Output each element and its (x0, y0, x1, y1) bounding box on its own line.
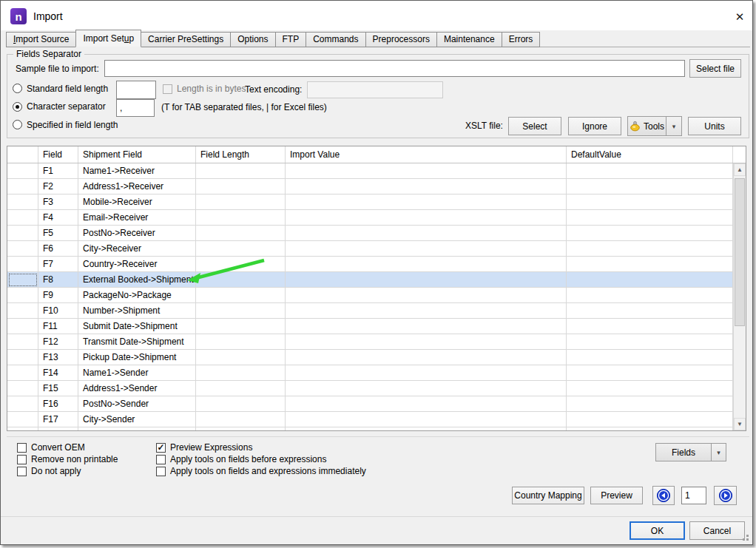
table-row-f16[interactable]: F16PostNo->Sender (7, 396, 746, 412)
cell-import-value (286, 257, 567, 272)
checkbox-convert-oem[interactable]: Convert OEM (17, 442, 118, 453)
tab-preprocessors[interactable]: Preprocessors (365, 32, 437, 47)
checkbox-preview-expressions[interactable]: ✓Preview Expressions (156, 442, 366, 453)
tab-options[interactable]: Options (230, 32, 275, 47)
column-header-field-length[interactable]: Field Length (196, 146, 286, 163)
cell-shipment-field: PostNo->Receiver (78, 226, 196, 241)
country-mapping-button[interactable]: Country Mapping (512, 487, 584, 504)
character-separator-radio[interactable] (13, 102, 22, 112)
table-row-filler[interactable] (7, 427, 746, 430)
cell-shipment-field: PostNo->Sender (78, 396, 196, 412)
table-row-f10[interactable]: F10Number->Shipment (7, 303, 746, 319)
character-separator-label: Character separator (27, 101, 106, 112)
column-header-selector[interactable] (7, 146, 38, 163)
window-title: Import (33, 10, 63, 22)
cell-defaultvalue (567, 226, 733, 241)
row-selector-cell (7, 272, 38, 288)
tab-carrier-presettings[interactable]: Carrier PreSettings (141, 32, 231, 47)
fields-grid: FieldShipment FieldField LengthImport Va… (7, 146, 746, 431)
tab-import-setup[interactable]: Import Setup (75, 30, 141, 47)
nshift-logo-icon: n (10, 8, 27, 24)
checkbox-do-not-apply[interactable]: Do not apply (17, 465, 118, 477)
ok-button[interactable]: OK (630, 521, 685, 540)
tools-button[interactable]: Tools (627, 116, 666, 136)
checkbox-apply-tools-on-fields-and-expressions-immediately[interactable]: Apply tools on fields and expressions im… (156, 465, 366, 477)
separator-hint: (T for TAB separated files, | for Excel … (161, 102, 327, 112)
footer-separator (1, 516, 753, 517)
length-in-bytes-checkbox[interactable] (163, 84, 172, 94)
cell-field-length (196, 396, 286, 412)
column-header-field[interactable]: Field (38, 146, 78, 163)
checkbox-label: Apply tools on fields and expressions im… (170, 466, 366, 476)
cell-field-length (196, 334, 286, 350)
column-header-import-value[interactable]: Import Value (286, 146, 567, 163)
table-row-f17[interactable]: F17City->Sender (7, 412, 746, 427)
table-row-f11[interactable]: F11Submit Date->Shipment (7, 319, 746, 334)
cell-defaultvalue (567, 288, 733, 303)
standard-field-length-radio[interactable] (13, 84, 22, 93)
table-row-f9[interactable]: F9PackageNo->Package (7, 288, 746, 303)
table-row-f3[interactable]: F3Mobile->Receiver (7, 194, 746, 210)
table-row-f6[interactable]: F6City->Receiver (7, 241, 746, 257)
tab-errors[interactable]: Errors (502, 32, 541, 47)
previous-page-button[interactable] (652, 486, 675, 505)
tab-import-source[interactable]: Import Source (6, 32, 76, 47)
cell-shipment-field: Email->Receiver (78, 210, 196, 226)
scrollbar-thumb[interactable] (735, 178, 745, 326)
cell-field: F13 (38, 350, 78, 365)
table-row-f1[interactable]: F1Name1->Receiver (7, 163, 746, 179)
tab-ftp[interactable]: FTP (275, 32, 307, 47)
table-row-f15[interactable]: F15Address1->Sender (7, 381, 746, 396)
checkbox-label: Remove non printable (31, 454, 118, 464)
fields-dropdown-button[interactable]: ▾ (711, 443, 726, 461)
column-header-shipment-field[interactable]: Shipment Field (78, 146, 196, 163)
table-row-f13[interactable]: F13Pickup Date->Shipment (7, 350, 746, 365)
tools-dropdown-button[interactable]: ▾ (666, 116, 682, 136)
table-row-f14[interactable]: F14Name1->Sender (7, 365, 746, 381)
table-row-f12[interactable]: F12Transmit Date->Shipment (7, 334, 746, 350)
cell-defaultvalue (567, 179, 733, 194)
options-right-column: ✓Preview ExpressionsApply tools on field… (156, 442, 366, 477)
table-row-f8[interactable]: F8External Booked->Shipment (7, 272, 746, 288)
cell-import-value (286, 303, 567, 319)
checkbox-apply-tools-on-fields-before-expressions[interactable]: Apply tools on fields before expressions (156, 453, 366, 465)
standard-length-input[interactable] (116, 81, 156, 99)
cell-field-length (196, 179, 286, 194)
close-icon[interactable]: ✕ (730, 8, 749, 26)
cell-import-value (286, 365, 567, 381)
table-row-f5[interactable]: F5PostNo->Receiver (7, 226, 746, 241)
row-selector-cell (7, 412, 38, 427)
row-selector-cell (7, 241, 38, 257)
cell-field-length (196, 288, 286, 303)
select-file-button[interactable]: Select file (689, 59, 741, 78)
vertical-scrollbar[interactable]: ▲ ▼ (733, 163, 746, 430)
scrollbar-down-icon[interactable]: ▼ (734, 418, 746, 430)
column-header-defaultvalue[interactable]: DefaultValue (567, 146, 733, 163)
next-page-icon (718, 488, 733, 503)
preview-button[interactable]: Preview (590, 487, 643, 504)
tab-commands[interactable]: Commands (306, 32, 365, 47)
fields-separator-label: Fields Separator (13, 49, 84, 59)
cell-field-length (196, 350, 286, 365)
page-number-input[interactable] (681, 487, 706, 504)
xslt-select-button[interactable]: Select (508, 117, 561, 135)
xslt-ignore-button[interactable]: Ignore (568, 117, 621, 135)
table-row-f7[interactable]: F7Country->Receiver (7, 257, 746, 272)
cell-shipment-field: External Booked->Shipment (78, 272, 196, 288)
separator-char-input[interactable] (116, 99, 155, 117)
cell-field-length (196, 381, 286, 396)
tab-maintenance[interactable]: Maintenance (436, 32, 502, 47)
checkbox-remove-non-printable[interactable]: Remove non printable (17, 453, 118, 465)
fields-button[interactable]: Fields (655, 443, 712, 461)
scrollbar-up-icon[interactable]: ▲ (734, 163, 746, 176)
next-page-button[interactable] (714, 486, 737, 505)
cell-field: F6 (38, 241, 78, 257)
table-row-f4[interactable]: F4Email->Receiver (7, 210, 746, 226)
sample-file-input[interactable] (104, 60, 685, 77)
specified-field-length-radio[interactable] (13, 120, 22, 129)
sample-file-label: Sample file to import: (16, 64, 99, 74)
cancel-button[interactable]: Cancel (689, 521, 745, 540)
cell-defaultvalue (567, 257, 733, 272)
units-button[interactable]: Units (688, 117, 741, 135)
table-row-f2[interactable]: F2Address1->Receiver (7, 179, 746, 194)
